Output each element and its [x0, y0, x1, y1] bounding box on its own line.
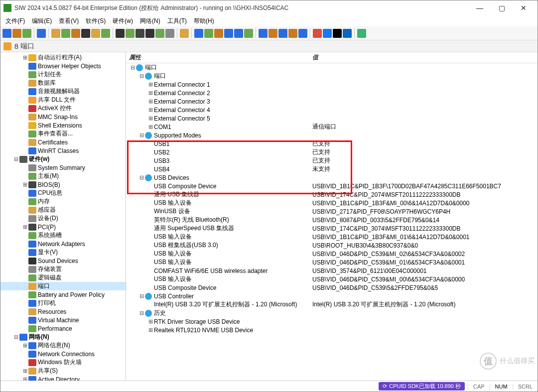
tree-item[interactable]: 系统插槽 — [0, 231, 126, 240]
toolbar-button[interactable] — [313, 29, 322, 38]
grid-row[interactable]: ⊞External Connector 3 — [126, 97, 538, 106]
tree-item[interactable]: Network Connections — [0, 350, 126, 358]
minimize-button[interactable]: — — [469, 0, 491, 15]
expand-icon[interactable]: ⊟ — [138, 73, 145, 79]
tree-item[interactable]: ⊞Active Directory — [0, 375, 126, 381]
expand-icon[interactable]: ⊞ — [21, 54, 28, 61]
toolbar-button[interactable] — [180, 29, 189, 38]
toolbar-button[interactable] — [71, 29, 80, 38]
tree-item[interactable]: Shell Extensions — [0, 121, 126, 130]
grid-row[interactable]: ⊟历史 — [126, 309, 538, 317]
tree-item[interactable]: 计划任务 — [0, 70, 126, 79]
grid-row[interactable]: WinUSB 设备USB\VID_2717&PID_FF08\SOAYP7H6W… — [126, 207, 538, 216]
expand-icon[interactable]: ⊞ — [21, 181, 28, 188]
grid-row[interactable]: USB Composite DeviceUSB\VID_1B1C&PID_1B3… — [126, 182, 538, 190]
menu-item[interactable]: 工具(T) — [164, 16, 190, 26]
toolbar-button[interactable] — [51, 29, 60, 38]
grid-row[interactable]: ⊟Supported Modes — [126, 131, 538, 139]
tree-item[interactable]: 内存 — [0, 197, 126, 206]
grid-row[interactable]: USB 输入设备USB\VID_046D&PID_C539&MI_02\6&53… — [126, 250, 538, 258]
toolbar-button[interactable] — [224, 29, 233, 38]
grid-row[interactable]: ⊞COM1通信端口 — [126, 123, 538, 131]
toolbar-button[interactable] — [259, 29, 268, 38]
grid-row[interactable]: USB 输入设备USB\VID_1B1C&PID_1B3F&MI_01\6&14… — [126, 233, 538, 241]
expand-icon[interactable]: ⊞ — [21, 224, 28, 230]
toolbar-button[interactable] — [343, 29, 352, 38]
grid-row[interactable]: ⊟端口 — [126, 72, 538, 80]
toolbar-button[interactable] — [81, 29, 90, 38]
toolbar-button[interactable] — [288, 29, 297, 38]
close-button[interactable]: ✕ — [513, 0, 535, 15]
expand-icon[interactable]: ⊞ — [147, 81, 154, 88]
toolbar-button[interactable] — [333, 29, 342, 38]
expand-icon[interactable]: ⊞ — [147, 90, 154, 96]
grid-row[interactable]: COMFAST WiFi6/6E USB wireless adapterUSB… — [126, 266, 538, 275]
grid-row[interactable]: ⊟端口 — [126, 63, 538, 72]
toolbar-button[interactable] — [278, 29, 287, 38]
menu-item[interactable]: 帮助(H) — [191, 16, 217, 26]
expand-icon[interactable]: ⊟ — [129, 64, 136, 71]
toolbar-button[interactable] — [269, 29, 277, 38]
tree-item[interactable]: WinRT Classes — [0, 146, 126, 155]
tree-item[interactable]: 显卡(V) — [0, 248, 126, 257]
grid-row[interactable]: USB 输入设备USB\VID_046D&PID_C539&MI_00\6&53… — [126, 275, 538, 283]
grid-row[interactable]: USB4未支持 — [126, 165, 538, 173]
tree-item[interactable]: CPU信息 — [0, 189, 126, 197]
tree-item[interactable]: 逻辑磁盘 — [0, 273, 126, 282]
tree-item[interactable]: 端口 — [0, 282, 126, 290]
tree-item[interactable]: ⊟硬件(w) — [0, 155, 126, 163]
tree-item[interactable]: 音频视频解码器 — [0, 87, 126, 96]
toolbar-button[interactable] — [155, 29, 164, 38]
col-attr[interactable]: 属性 — [126, 52, 309, 63]
menu-item[interactable]: 文件(F) — [2, 16, 28, 26]
tree-item[interactable]: 数据库 — [0, 79, 126, 87]
grid-row[interactable]: ⊞RTK Driver Storage USB Device — [126, 317, 538, 326]
tree-item[interactable]: 打印机 — [0, 299, 126, 307]
grid-row[interactable]: ⊟USB Controller — [126, 292, 538, 300]
expand-icon[interactable]: ⊞ — [147, 98, 154, 105]
grid-row[interactable]: ⊞External Connector 2 — [126, 89, 538, 97]
menu-item[interactable]: 网络(N) — [137, 16, 163, 26]
tree-item[interactable]: Virtual Machine — [0, 316, 126, 324]
expand-icon[interactable]: ⊞ — [147, 115, 154, 122]
toolbar-button[interactable] — [165, 29, 174, 38]
tree-item[interactable]: Sound Devices — [0, 257, 126, 265]
tree-item[interactable]: ⊞自动运行程序(A) — [0, 53, 126, 62]
grid-row[interactable]: USB 输入设备USB\VID_046D&PID_C539&MI_01\6&53… — [126, 258, 538, 266]
toolbar-button[interactable] — [61, 29, 70, 38]
tree-item[interactable]: 感应器 — [0, 206, 126, 214]
menu-item[interactable]: 查看(V) — [56, 16, 82, 26]
tree-item[interactable]: 主板(M) — [0, 172, 126, 180]
expand-icon[interactable]: ⊞ — [147, 318, 154, 325]
grid-row[interactable]: USB 输入设备USB\VID_1B1C&PID_1B3F&MI_00\6&14… — [126, 199, 538, 207]
toolbar-button[interactable] — [214, 29, 223, 38]
grid-row[interactable]: 通用 SuperSpeed USB 集线器USB\VID_174C&PID_30… — [126, 224, 538, 233]
expand-icon[interactable]: ⊟ — [138, 174, 145, 181]
tree-item[interactable]: Resources — [0, 307, 126, 316]
expand-icon[interactable]: ⊟ — [138, 132, 145, 138]
toolbar-button[interactable] — [101, 29, 110, 38]
toolbar-button[interactable] — [194, 29, 203, 38]
expand-icon[interactable]: ⊞ — [147, 107, 154, 113]
expand-icon[interactable]: ⊞ — [147, 327, 154, 333]
tree-item[interactable]: Network Adapters — [0, 240, 126, 248]
tree-item[interactable]: ⊟网络(N) — [0, 333, 126, 341]
tree-item[interactable]: ⊞共享(S) — [0, 367, 126, 375]
grid-row[interactable]: ⊞External Connector 5 — [126, 114, 538, 123]
tree-item[interactable]: Battery and Power Policy — [0, 290, 126, 299]
expand-icon[interactable]: ⊞ — [21, 368, 28, 374]
grid-row[interactable]: 通用 USB 集线器USB\VID_174C&PID_2074\MSFT2011… — [126, 190, 538, 199]
grid-row[interactable]: USB 根集线器(USB 3.0)USB\ROOT_HUB30\4&3B80C9… — [126, 241, 538, 250]
tree-item[interactable]: 事件查看器... — [0, 130, 126, 138]
toolbar-button[interactable] — [244, 29, 253, 38]
toolbar-button[interactable] — [323, 29, 332, 38]
grid-row[interactable]: USB2已支持 — [126, 148, 538, 156]
tree-item[interactable]: MMC Snap-Ins — [0, 113, 126, 121]
toolbar-button[interactable] — [12, 29, 21, 38]
grid-row[interactable]: USB3已支持 — [126, 156, 538, 165]
sidebar-tree[interactable]: ⊞自动运行程序(A)Browser Helper Objects计划任务数据库音… — [0, 52, 126, 381]
toolbar-button[interactable] — [116, 29, 125, 38]
toolbar-button[interactable] — [298, 29, 307, 38]
tree-item[interactable]: ⊞BIOS(B) — [0, 180, 126, 189]
tree-item[interactable]: ActiveX 控件 — [0, 104, 126, 113]
